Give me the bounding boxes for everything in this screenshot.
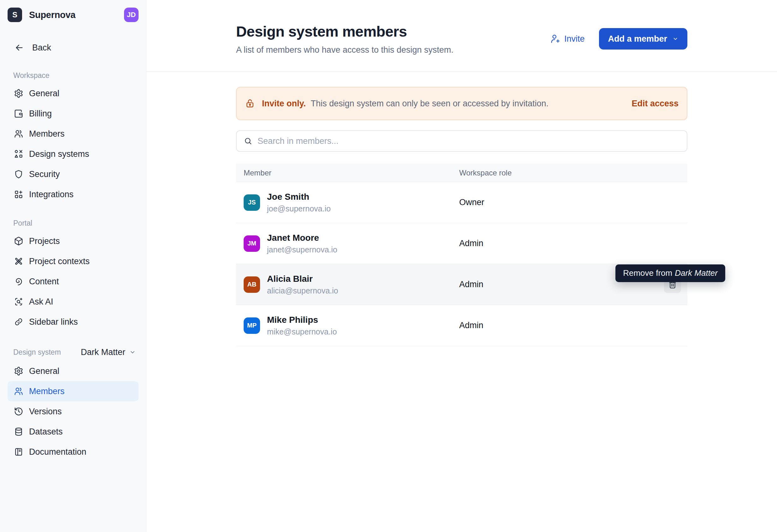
tooltip-text: Remove from <box>623 268 672 278</box>
history-icon <box>14 407 23 416</box>
sidebar-item-projects[interactable]: Projects <box>8 231 138 251</box>
avatar: JS <box>244 194 260 211</box>
gear-icon <box>14 89 23 98</box>
back-label: Back <box>32 43 51 53</box>
lock-icon <box>245 98 255 109</box>
sidebar-header: S Supernova JD <box>0 0 146 30</box>
database-icon <box>14 427 23 436</box>
sidebar-item-label: Project contexts <box>29 256 90 266</box>
sidebar-item-label: Members <box>29 129 65 139</box>
sidebar-item-general[interactable]: General <box>8 83 138 104</box>
page-subtitle: A list of members who have access to thi… <box>236 45 453 55</box>
back-button[interactable]: Back <box>0 38 146 57</box>
cube-icon <box>14 236 23 246</box>
crossed-tools-icon <box>14 256 23 266</box>
tooltip-target-name: Dark Matter <box>675 268 718 278</box>
search-input[interactable] <box>257 136 680 146</box>
sidebar-item-label: Billing <box>29 109 52 119</box>
sidebar-item-content[interactable]: Content <box>8 272 138 292</box>
sidebar-item-billing[interactable]: Billing <box>8 104 138 124</box>
table-row: JM Janet Moore janet@supernova.io Admin <box>236 223 687 264</box>
edit-access-button[interactable]: Edit access <box>632 99 678 109</box>
sidebar-item-project-contexts[interactable]: Project contexts <box>8 251 138 272</box>
banner-message: This design system can only be seen or a… <box>311 99 549 108</box>
sidebar-item-datasets[interactable]: Datasets <box>8 422 138 442</box>
member-meta: Mike Philips mike@supernova.io <box>267 315 337 336</box>
sidebar-item-label: Documentation <box>29 447 87 457</box>
main-content: Design system members A list of members … <box>146 0 777 532</box>
column-header-member: Member <box>236 169 459 177</box>
search-box <box>236 130 687 152</box>
sidebar-item-sidebar-links[interactable]: Sidebar links <box>8 312 138 332</box>
arrow-left-icon <box>14 43 24 52</box>
grid-plus-icon <box>14 190 23 199</box>
sidebar-item-ds-general[interactable]: General <box>8 361 138 381</box>
book-icon <box>14 447 23 456</box>
design-system-section-header: Design system Dark Matter <box>0 346 146 358</box>
shapes-icon <box>14 149 23 159</box>
column-header-workspace-role: Workspace role <box>459 169 687 177</box>
invite-button[interactable]: Invite <box>550 34 585 44</box>
banner-text: Invite only. This design system can only… <box>262 99 632 109</box>
spiral-icon <box>14 277 23 286</box>
workspace-logo: S <box>8 8 22 22</box>
link-icon <box>14 317 23 327</box>
member-name: Janet Moore <box>267 233 337 243</box>
sidebar-item-documentation[interactable]: Documentation <box>8 442 138 462</box>
table-row: JS Joe Smith joe@supernova.io Owner <box>236 182 687 223</box>
sidebar-item-versions[interactable]: Versions <box>8 401 138 422</box>
avatar: AB <box>244 277 260 293</box>
sidebar-item-ask-ai[interactable]: Ask AI <box>8 292 138 312</box>
member-meta: Alicia Blair alicia@supernova.io <box>267 274 338 295</box>
design-system-selector[interactable]: Dark Matter <box>81 347 136 357</box>
portal-nav: Projects Project contexts Content Ask AI… <box>0 231 146 332</box>
member-email: janet@supernova.io <box>267 245 337 254</box>
section-label-design-system: Design system <box>13 348 61 356</box>
sidebar-item-label: Versions <box>29 407 62 417</box>
section-label-workspace: Workspace <box>0 70 146 81</box>
member-email: mike@supernova.io <box>267 327 337 336</box>
invite-only-banner: Invite only. This design system can only… <box>236 87 687 120</box>
gear-icon <box>14 366 23 376</box>
user-plus-icon <box>550 34 560 44</box>
users-icon <box>14 129 23 138</box>
add-member-label: Add a member <box>608 34 667 44</box>
sidebar-item-label: Datasets <box>29 427 63 437</box>
sidebar-item-label: Projects <box>29 236 60 246</box>
app-window: S Supernova JD Back Workspace General Bi… <box>0 0 777 532</box>
sidebar-item-design-systems[interactable]: Design systems <box>8 144 138 164</box>
member-name: Mike Philips <box>267 315 337 325</box>
members-table: Member Workspace role JS Joe Smith joe@s… <box>236 164 687 346</box>
sidebar-item-security[interactable]: Security <box>8 164 138 184</box>
sidebar-item-label: Security <box>29 170 60 179</box>
sidebar-item-label: Integrations <box>29 190 74 199</box>
sidebar-item-ds-members[interactable]: Members <box>8 381 138 401</box>
page-title: Design system members <box>236 23 453 40</box>
sidebar-item-label: Ask AI <box>29 297 53 307</box>
sidebar-item-label: Content <box>29 277 59 287</box>
table-row: MP Mike Philips mike@supernova.io Admin <box>236 305 687 346</box>
member-role: Owner <box>459 198 650 207</box>
sidebar-item-label: General <box>29 89 59 98</box>
member-email: alicia@supernova.io <box>267 286 338 295</box>
add-member-button[interactable]: Add a member <box>599 28 687 49</box>
member-name: Joe Smith <box>267 192 331 202</box>
table-header-row: Member Workspace role <box>236 164 687 182</box>
wallet-icon <box>14 109 23 118</box>
user-avatar[interactable]: JD <box>124 8 138 22</box>
header-actions: Invite Add a member <box>550 28 687 49</box>
workspace-nav: General Billing Members Design systems S… <box>0 83 146 204</box>
selected-design-system: Dark Matter <box>81 347 125 357</box>
chevron-down-icon <box>672 36 678 42</box>
avatar: MP <box>244 317 260 334</box>
sparkle-search-icon <box>14 297 23 306</box>
table-row-hovered: AB Alicia Blair alicia@supernova.io Admi… <box>236 264 687 305</box>
sidebar-item-label: General <box>29 366 59 376</box>
workspace-brand: S Supernova <box>8 8 124 22</box>
member-email: joe@supernova.io <box>267 204 331 213</box>
sidebar-item-members[interactable]: Members <box>8 124 138 144</box>
sidebar-item-integrations[interactable]: Integrations <box>8 184 138 204</box>
invite-label: Invite <box>564 34 585 44</box>
section-label-portal: Portal <box>0 218 146 228</box>
page-title-block: Design system members A list of members … <box>236 23 453 55</box>
